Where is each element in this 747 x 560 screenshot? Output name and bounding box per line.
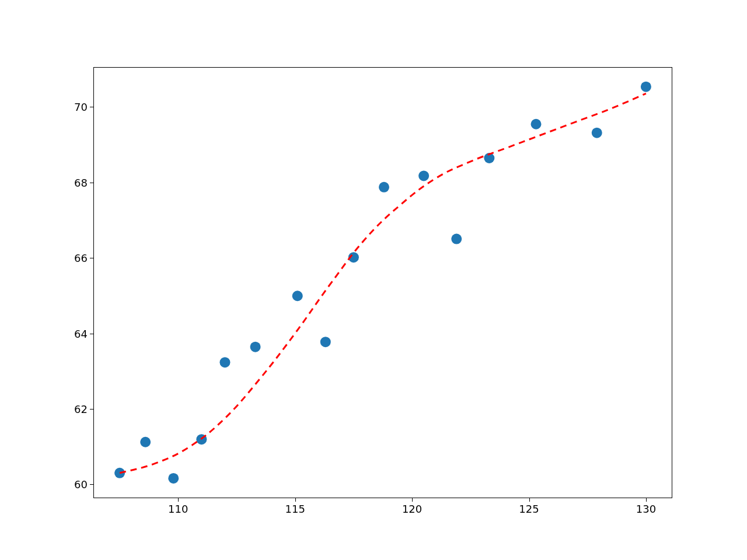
data-point <box>320 337 331 347</box>
y-tick <box>90 334 93 334</box>
data-point <box>219 357 230 368</box>
y-tick <box>90 409 93 410</box>
y-tick-label: 66 <box>74 252 88 264</box>
x-tick <box>412 498 413 502</box>
x-tick-label: 115 <box>285 503 305 515</box>
y-tick <box>90 258 93 258</box>
y-tick-label: 70 <box>74 101 88 113</box>
y-tick <box>90 107 93 107</box>
data-point <box>168 473 179 484</box>
data-point <box>418 171 429 181</box>
y-tick <box>90 484 93 485</box>
fit-line <box>120 93 646 473</box>
x-tick <box>646 498 647 502</box>
x-tick <box>178 498 179 502</box>
data-point <box>592 128 602 138</box>
data-point <box>140 437 151 447</box>
x-tick-label: 120 <box>402 503 422 515</box>
plot-area <box>93 67 672 498</box>
data-point <box>641 82 651 92</box>
y-tick-label: 60 <box>74 478 88 491</box>
data-point <box>451 234 462 244</box>
data-point <box>531 119 542 130</box>
data-point <box>292 290 303 301</box>
chart-figure: 110115120125130606264666870 <box>0 0 747 560</box>
x-tick-label: 110 <box>168 503 188 515</box>
x-tick-label: 130 <box>636 503 656 515</box>
y-tick-label: 64 <box>74 327 88 340</box>
data-point <box>379 182 389 192</box>
y-tick <box>90 183 93 183</box>
y-tick-label: 68 <box>74 176 88 188</box>
y-tick-label: 62 <box>74 402 88 415</box>
x-tick-label: 125 <box>519 503 539 515</box>
x-tick <box>529 498 530 502</box>
data-point <box>250 342 261 352</box>
x-tick <box>295 498 296 502</box>
